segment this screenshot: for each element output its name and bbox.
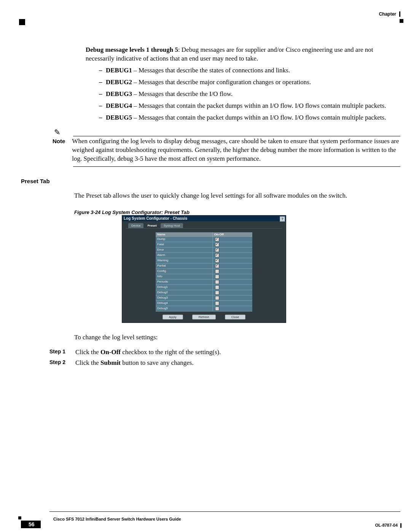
- header-bar-icon: [399, 11, 400, 17]
- onoff-checkbox[interactable]: [215, 248, 219, 252]
- after-figure-text: To change the log level settings:: [74, 334, 400, 341]
- table-row: Debug3: [156, 296, 252, 301]
- chapter-label: Chapter: [379, 11, 396, 17]
- row-name: Warning: [156, 258, 213, 263]
- step-row: Step 1 Click the On-Off checkbox to the …: [49, 348, 400, 356]
- debug-name: DEBUG1: [106, 67, 132, 74]
- tab-device[interactable]: Device: [128, 223, 143, 228]
- window-titlebar: Log System Configurator - Chassis ?: [122, 216, 286, 221]
- step-text: Click the Submit button to save any chan…: [75, 359, 194, 367]
- corner-square-icon: [400, 19, 403, 23]
- onoff-checkbox[interactable]: [215, 237, 219, 241]
- onoff-checkbox[interactable]: [215, 259, 219, 263]
- debug-desc: – Messages that contain the packet dumps…: [132, 102, 386, 109]
- table-row: Config: [156, 269, 252, 274]
- tab-separator: [126, 228, 282, 228]
- table-row: Debug2: [156, 290, 252, 296]
- row-onoff-cell: [213, 248, 252, 252]
- row-onoff-cell: [213, 264, 252, 268]
- corner-square-icon: [19, 19, 25, 25]
- tab-bar: Device Preset Syslog Host: [122, 221, 286, 228]
- tab-syslog-host[interactable]: Syslog Host: [161, 223, 183, 228]
- document-page: Chapter Debug message levels 1 through 5…: [0, 0, 411, 532]
- row-name: Info: [156, 274, 213, 279]
- table-row: Partial: [156, 264, 252, 269]
- debug-desc: – Messages that describe the I/O flow.: [132, 90, 233, 97]
- debug-item: DEBUG4 – Messages that contain the packe…: [99, 102, 400, 110]
- corner-square-icon: [18, 516, 21, 519]
- row-onoff-cell: [213, 274, 252, 279]
- footer-rule: [49, 511, 400, 512]
- table-row: Debug5: [156, 306, 252, 312]
- close-button[interactable]: Close: [225, 315, 245, 320]
- window-title: Log System Configurator - Chassis: [124, 216, 187, 220]
- debug-list: DEBUG1 – Messages that describe the stat…: [99, 66, 400, 122]
- debug-item: DEBUG1 – Messages that describe the stat…: [99, 66, 400, 75]
- row-onoff-cell: [213, 280, 252, 284]
- row-name: Alarm: [156, 253, 213, 258]
- row-name: Debug3: [156, 296, 213, 300]
- onoff-checkbox[interactable]: [215, 269, 219, 273]
- onoff-checkbox[interactable]: [215, 301, 219, 305]
- table-row: Fatal: [156, 242, 252, 248]
- running-header: Chapter: [379, 11, 400, 17]
- debug-desc: – Messages that contain the packet dumps…: [132, 114, 386, 121]
- row-name: Error: [156, 248, 213, 252]
- doc-code: OL-8787-04: [375, 523, 398, 527]
- table-row: Periodic: [156, 280, 252, 285]
- onoff-checkbox[interactable]: [215, 280, 219, 284]
- tab-preset[interactable]: Preset: [144, 223, 159, 228]
- onoff-checkbox[interactable]: [215, 264, 219, 268]
- onoff-checkbox[interactable]: [215, 275, 219, 279]
- row-onoff-cell: [213, 296, 252, 300]
- debug-item: DEBUG2 – Messages that describe major co…: [99, 78, 400, 87]
- onoff-checkbox[interactable]: [215, 291, 219, 295]
- table-row: Debug1: [156, 285, 252, 290]
- debug-item: DEBUG5 – Messages that contain the packe…: [99, 113, 400, 122]
- row-name: Debug4: [156, 301, 213, 306]
- table-row: Dump: [156, 237, 252, 242]
- help-button[interactable]: ?: [280, 216, 285, 222]
- table-header-row: Name On-Off: [156, 232, 252, 237]
- window-body: Device Preset Syslog Host Name On-Off Du…: [122, 221, 286, 323]
- note-rule: [73, 136, 400, 136]
- debug-name: DEBUG4: [106, 102, 132, 109]
- intro-paragraph: Debug message levels 1 through 5: Debug …: [86, 46, 400, 63]
- row-onoff-cell: [213, 258, 252, 263]
- apply-button[interactable]: Apply: [162, 315, 183, 320]
- preset-table: Name On-Off DumpFatalErrorAlarmWarningPa…: [156, 232, 252, 312]
- row-name: Fatal: [156, 242, 213, 247]
- debug-item: DEBUG3 – Messages that describe the I/O …: [99, 90, 400, 99]
- intro-lead-bold: Debug message levels 1 through 5: [86, 46, 178, 53]
- refresh-button[interactable]: Refresh: [192, 315, 216, 320]
- row-onoff-cell: [213, 242, 252, 247]
- page-number: 56: [21, 521, 41, 528]
- debug-name: DEBUG3: [106, 90, 132, 97]
- step-text: Click the On-Off checkbox to the right o…: [75, 348, 221, 356]
- step-label: Step 2: [49, 359, 68, 367]
- table-row: Alarm: [156, 253, 252, 258]
- footer-bar-icon: [400, 523, 401, 528]
- table-row: Error: [156, 248, 252, 253]
- section-paragraph: The Preset tab allows the user to quickl…: [74, 192, 400, 200]
- onoff-checkbox[interactable]: [215, 307, 219, 311]
- row-name: Debug5: [156, 306, 213, 311]
- note-text: When configuring the log levels to displ…: [72, 137, 400, 163]
- debug-name: DEBUG5: [106, 114, 132, 121]
- section-heading: Preset Tab: [21, 178, 50, 184]
- debug-name: DEBUG2: [106, 78, 132, 86]
- onoff-checkbox[interactable]: [215, 296, 219, 300]
- onoff-checkbox[interactable]: [215, 243, 219, 247]
- onoff-checkbox[interactable]: [215, 253, 219, 257]
- step-label: Step 1: [49, 348, 68, 356]
- footer-guide-title: Cisco SFS 7012 InfiniBand Server Switch …: [53, 517, 181, 521]
- col-header-name: Name: [156, 232, 213, 236]
- col-header-onoff: On-Off: [213, 232, 252, 236]
- row-onoff-cell: [213, 253, 252, 258]
- button-row: Apply Refresh Close: [122, 313, 286, 320]
- row-name: Config: [156, 269, 213, 274]
- row-onoff-cell: [213, 290, 252, 295]
- row-name: Partial: [156, 264, 213, 268]
- onoff-checkbox[interactable]: [215, 285, 219, 289]
- note-label: Note: [53, 137, 65, 163]
